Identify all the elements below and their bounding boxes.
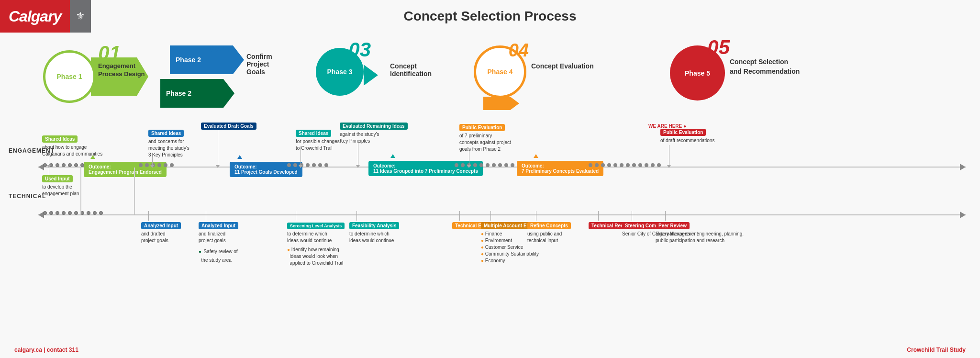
engagement-dots-p4 bbox=[455, 163, 514, 167]
phase3-shared-ideas-container: Shared Ideas for possible changesto Crow… bbox=[296, 128, 340, 152]
phase5-peer-tag: Peer Review bbox=[656, 222, 690, 229]
phase4-public-eval-text: of 7 preliminaryconcepts against project… bbox=[459, 133, 511, 153]
phase3-description: Concept Identification bbox=[390, 62, 450, 78]
phase2-arrow-top: Phase 2 01 bbox=[170, 45, 244, 74]
phase5-label: Phase 5 bbox=[685, 69, 710, 77]
phase5-tech1-vline bbox=[598, 211, 599, 221]
phase4-circle: Phase 4 04 bbox=[474, 45, 526, 98]
phase4-public-eval-container: Public Evaluation of 7 preliminaryconcep… bbox=[459, 123, 511, 153]
phase4-public-eval-arrow bbox=[467, 165, 471, 168]
outcome1-up-arrow bbox=[90, 155, 95, 159]
phase2-container: Phase 2 01 Phase 2 02 Confirm Project Go… bbox=[160, 45, 256, 108]
logo-gray-bg: ⚜ bbox=[70, 0, 91, 33]
phase1-arrow: Phase 1 01 EngagementProcess Design bbox=[43, 50, 148, 103]
phase3-container: Phase 3 03 Concept Identification bbox=[316, 48, 450, 101]
outcome3-up-arrow bbox=[390, 154, 395, 158]
phase3-shared-ideas-tag: Shared Ideas bbox=[296, 130, 331, 137]
phase3-shared-ideas-text: for possible changesto Crowchild Trail bbox=[296, 138, 340, 152]
header-logo: Calgary ⚜ bbox=[0, 0, 91, 33]
phase4-mae-vline bbox=[490, 211, 491, 221]
footer-study: Crowchild Trail Study bbox=[907, 347, 966, 353]
phase2-shared-ideas-container: Shared Ideas and concerns formeeting the… bbox=[148, 128, 189, 158]
phase2-shared-ideas-vline bbox=[152, 153, 153, 167]
engagement-line-arrow-right bbox=[960, 164, 966, 170]
phase4-label: Phase 4 bbox=[488, 68, 513, 76]
phase5-description: Concept Selectionand Recommendation bbox=[730, 57, 800, 76]
phase4-public-eval-tag: Public Evaluation bbox=[459, 124, 505, 131]
phase3-feasibility-text: to determine whichideas would continue bbox=[349, 231, 399, 244]
phase2-eval-goals-vline bbox=[218, 129, 218, 167]
phase3-label: Phase 3 bbox=[327, 68, 353, 76]
phase2-shared-ideas-text: and concerns formeeting the study's3 Key… bbox=[148, 138, 189, 158]
phase2-shared-ideas-tag: Shared Ideas bbox=[148, 130, 184, 137]
page-title: Concept Selection Process bbox=[403, 9, 576, 24]
crest-icon: ⚜ bbox=[76, 10, 85, 22]
phase2-evaluated-goals-tag: Evaluated Draft Goals bbox=[201, 123, 256, 130]
phase3-identify-text: ● Identify how remaining ideas would loo… bbox=[287, 246, 345, 267]
phase1-description: EngagementProcess Design bbox=[98, 62, 145, 78]
phase2-analyzed-input2-container: Analyzed Input and finalizedproject goal… bbox=[199, 221, 238, 264]
engagement-dots-p3 bbox=[287, 163, 328, 167]
phase3-eval-remaining-arrow bbox=[356, 165, 360, 168]
phase3-shared-ideas-arrow bbox=[299, 165, 302, 168]
calgary-text: Calgary bbox=[9, 8, 61, 25]
phase2-label: Phase 2 bbox=[176, 56, 201, 64]
timeline-area: ENGAGEMENT TECHNICAL Shared Ideas about … bbox=[0, 119, 980, 324]
engagement-dots-p2 bbox=[139, 163, 174, 167]
technical-timeline-line bbox=[38, 214, 966, 215]
phase1-label: Phase 1 bbox=[57, 73, 82, 80]
phase4-description: Concept Evaluation bbox=[531, 62, 594, 70]
phase5-peer-vline bbox=[665, 211, 666, 221]
outcome4-up-arrow bbox=[534, 154, 538, 158]
phase3-shared-ideas-vline bbox=[301, 146, 301, 167]
phase2-eval-goals-arrow bbox=[216, 165, 220, 168]
phase1-used-input-text: to develop theengagement plan bbox=[42, 184, 79, 197]
phase4-refine-container: Refine Concepts using public andtechnica… bbox=[527, 221, 571, 244]
footer-study-suffix: Study bbox=[950, 347, 966, 353]
outcome2-up-arrow bbox=[237, 155, 242, 159]
phase5-public-eval-text: of draft recommendations bbox=[660, 137, 714, 144]
phases-area: Phase 1 01 EngagementProcess Design Phas… bbox=[29, 41, 970, 117]
phase2-description: Confirm Project Goals bbox=[246, 53, 272, 76]
phase3-eval-remaining-container: Evaluated Remaining Ideas against the st… bbox=[340, 121, 408, 145]
phase2-analyzed-input1-tag: Analyzed Input bbox=[141, 222, 181, 229]
phase4-refine-vline bbox=[536, 211, 536, 221]
phase4-tech1-vline bbox=[459, 211, 460, 221]
phase5-container: Phase 5 05 Concept Selectionand Recommen… bbox=[670, 45, 813, 103]
phase5-public-eval-arrow bbox=[667, 165, 671, 168]
phase2-shared-ideas-arrow bbox=[150, 165, 154, 168]
phase3-tech2-vline bbox=[356, 211, 357, 221]
phase2-number: 01 bbox=[210, 36, 230, 56]
phase2-analyzed-input2-text: and finalizedproject goals bbox=[199, 231, 238, 244]
phase5-circle: Phase 5 05 bbox=[670, 45, 725, 101]
phase4-refine-text: using public andtechnical input bbox=[527, 231, 571, 244]
phase3-eval-remaining-vline bbox=[358, 140, 358, 167]
phase3-feasibility-container: Feasibility Analysis to determine whichi… bbox=[349, 221, 399, 244]
phase3-tech1-vline bbox=[296, 211, 296, 221]
phase1-connector bbox=[80, 168, 81, 214]
phase3-screening-text: to determine whichideas would continue bbox=[287, 231, 345, 244]
phase2-arrow-bottom: Phase 2 02 bbox=[160, 79, 234, 108]
phase3-eval-remaining-text: against the study'sKey Principles bbox=[340, 131, 408, 145]
footer-contact: calgary.ca | contact 311 bbox=[14, 347, 78, 353]
phase1-shared-ideas-vline bbox=[49, 153, 49, 167]
footer: calgary.ca | contact 311 Crowchild Trail… bbox=[14, 347, 966, 353]
phase3-eval-remaining-tag: Evaluated Remaining Ideas bbox=[340, 123, 408, 130]
phase3-arrow-shape bbox=[364, 65, 378, 86]
phase2-arrows: Phase 2 01 Phase 2 02 Confirm Project Go… bbox=[160, 45, 256, 108]
phase5-steering-vline bbox=[632, 211, 632, 221]
phase2-number2: 02 bbox=[210, 96, 230, 116]
technical-line-arrow-right bbox=[960, 212, 966, 218]
phase1-container: Phase 1 01 EngagementProcess Design bbox=[43, 50, 148, 103]
phase3-screening-container: Screening Level Analysis to determine wh… bbox=[287, 221, 345, 267]
phase3-circle: Phase 3 03 bbox=[316, 48, 364, 96]
phase2-analyzed-input1-container: Analyzed Input and draftedproject goals bbox=[141, 221, 181, 244]
phase2-label-bottom: Phase 2 bbox=[166, 90, 191, 97]
phase3-feasibility-tag: Feasibility Analysis bbox=[349, 222, 399, 229]
technical-label: TECHNICAL bbox=[9, 193, 46, 200]
phase2-safety-text: ● Safety review of the study area bbox=[199, 246, 238, 264]
engagement-dots-p5 bbox=[589, 163, 661, 167]
phase2-tech1-vline bbox=[148, 211, 149, 221]
phase5-number: 05 bbox=[707, 36, 730, 59]
phase3-screening-tag: Screening Level Analysis bbox=[287, 223, 345, 229]
